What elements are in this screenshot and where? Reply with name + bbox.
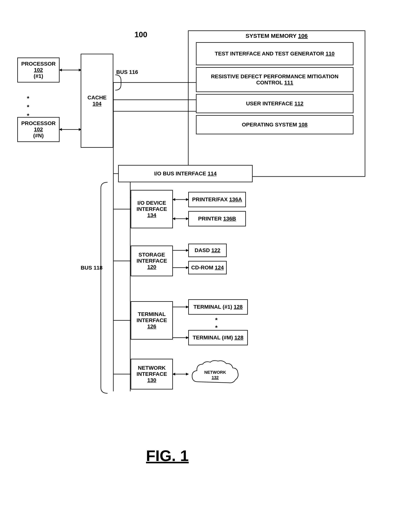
terminal-1-box: TERMINAL (#1) 128: [188, 299, 248, 315]
user-interface-box: USER INTERFACE 112: [196, 94, 353, 113]
io-device-interface-box: I/O DEVICE INTERFACE 134: [131, 190, 173, 228]
dasd-label: DASD 122: [195, 247, 220, 253]
cd-rom-label: CD-ROM 124: [191, 265, 224, 271]
svg-text:132: 132: [212, 375, 219, 380]
test-interface-label: TEST INTERFACE AND TEST GENERATOR 110: [215, 51, 334, 57]
bus-118-label: BUS 118: [81, 265, 103, 271]
network-interface-box: NETWORK INTERFACE 130: [131, 359, 173, 389]
terminal-1-label: TERMINAL (#1) 128: [193, 304, 243, 310]
test-interface-box: TEST INTERFACE AND TEST GENERATOR 110: [196, 42, 353, 65]
storage-interface-label: STORAGE INTERFACE: [133, 252, 171, 264]
diagram-reference-label: 100: [134, 30, 147, 39]
cd-rom-box: CD-ROM 124: [188, 261, 227, 274]
printer-box: PRINTER 136B: [188, 211, 246, 226]
printer-fax-box: PRINTER/FAX 136A: [188, 192, 246, 207]
operating-system-label: OPERATING SYSTEM 108: [242, 122, 307, 128]
terminal-interface-box: TERMINAL INTERFACE 126: [131, 301, 173, 340]
dasd-box: DASD 122: [188, 244, 227, 257]
storage-interface-box: STORAGE INTERFACE 120: [131, 246, 173, 276]
network-interface-label: NETWORK INTERFACE: [133, 365, 171, 377]
printer-fax-label: PRINTER/FAX 136A: [192, 196, 242, 203]
terminal-m-label: TERMINAL (#M) 128: [193, 335, 243, 341]
operating-system-box: OPERATING SYSTEM 108: [196, 115, 353, 134]
cache-box: CACHE 104: [81, 54, 113, 148]
bus-116-label: BUS 116: [116, 69, 138, 75]
figure-label: FIG. 1: [146, 447, 189, 465]
resistive-defect-box: RESISTIVE DEFECT PERFORMANCE MITIGATION …: [196, 67, 353, 92]
cache-label: CACHE: [87, 95, 107, 101]
terminal-interface-label: TERMINAL INTERFACE: [133, 311, 171, 323]
processor-n-label: PROCESSOR: [21, 120, 56, 127]
star-separator-2: *: [27, 104, 29, 111]
io-bus-interface-label: I/O BUS INTERFACE 114: [154, 171, 216, 177]
terminal-star-1: *: [215, 317, 217, 324]
reference-number: 100: [134, 30, 147, 39]
star-separator-1: *: [27, 95, 29, 102]
io-device-label: I/O DEVICE INTERFACE: [133, 200, 171, 212]
network-cloud-svg: NETWORK 132: [188, 359, 242, 389]
network-cloud: NETWORK 132: [188, 359, 242, 389]
svg-text:NETWORK: NETWORK: [204, 370, 226, 375]
terminal-m-box: TERMINAL (#M) 128: [188, 330, 248, 345]
diagram-container: 100 BUS 116 SYSTEM MEMORY 106 TEST INTER…: [12, 15, 388, 495]
system-memory-title: SYSTEM MEMORY 106: [188, 31, 365, 39]
io-bus-interface-box: I/O BUS INTERFACE 114: [118, 165, 253, 182]
processor-1-label: PROCESSOR: [21, 61, 56, 67]
resistive-defect-label: RESISTIVE DEFECT PERFORMANCE MITIGATION …: [198, 74, 351, 86]
processor-n-box: PROCESSOR 102 (#N): [17, 117, 59, 142]
processor-1-box: PROCESSOR 102 (#1): [17, 57, 59, 82]
printer-label: PRINTER 136B: [198, 216, 236, 222]
user-interface-label: USER INTERFACE 112: [246, 101, 304, 107]
